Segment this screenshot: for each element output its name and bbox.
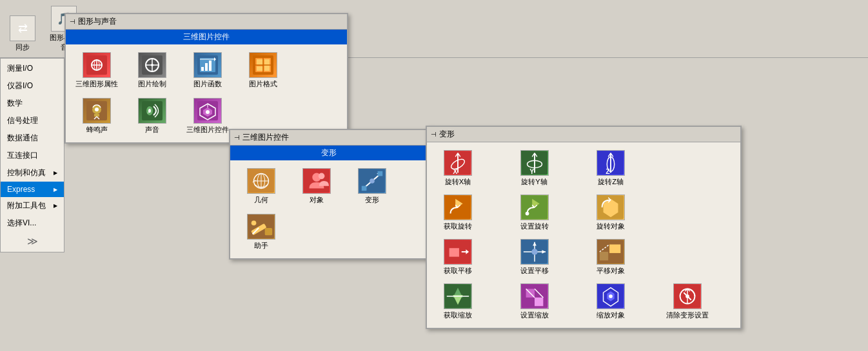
item-get-translate[interactable]: 获取平移 [432,236,484,278]
svg-point-37 [206,110,210,114]
svg-point-57 [252,220,257,225]
label-rotate-x: 旋转X轴 [445,177,471,187]
item-scale-object[interactable]: 缩放对象 [585,281,636,323]
label-set-scale: 设置缩放 [520,310,549,320]
sync-label: 同步 [15,43,30,52]
sidebar-item-interconnect[interactable]: 互连接口 [1,147,64,164]
svg-rect-86 [609,245,620,253]
sidebar-item-data-comm[interactable]: 数据通信 [1,129,64,147]
arrow-icon: ▶ [54,203,57,209]
label-get-scale: 获取缩放 [444,310,472,320]
panel-transform: ⊣ 变形 X 旋转X轴 Y [426,126,742,329]
sidebar-bottom: ≫ [1,232,64,251]
svg-point-53 [370,178,375,184]
panel-transform-header-label: 变形 [439,129,455,140]
item-3d-attr[interactable]: 三维图形属性 [71,50,123,91]
svg-text:Y: Y [529,167,534,175]
svg-rect-94 [535,298,543,306]
svg-rect-52 [378,171,383,176]
icon-rotate-object [597,194,625,220]
label-rotate-z: 旋转Z轴 [598,177,624,187]
item-3d-ctrl[interactable]: 三维图片控件 [182,95,233,137]
item-beep[interactable]: 蜂鸣声 [71,95,123,137]
icon-3d-ctrl [193,98,222,124]
pin-icon-3d: ⊣ [234,134,240,141]
sidebar-item-addon[interactable]: 附加工具包 ▶ [1,197,64,214]
icon-get-scale [444,283,472,309]
icon-set-rotation [520,194,549,220]
item-rotate-x[interactable]: X 旋转X轴 [432,147,484,189]
item-set-scale[interactable]: 设置缩放 [509,281,560,323]
item-get-scale[interactable]: 获取缩放 [432,281,484,323]
sidebar-item-control-sim[interactable]: 控制和仿真 ▶ [1,164,64,182]
svg-rect-14 [209,61,212,71]
sidebar-item-express[interactable]: Express ▶ [1,182,64,197]
icon-img-draw [138,52,166,78]
label-set-translate: 设置平移 [520,266,549,276]
label-scale-object: 缩放对象 [597,310,625,320]
item-set-translate[interactable]: 设置平移 [509,236,560,278]
panel-3d-picture: ⊣ 三维图片控件 变形 几何 [229,129,429,260]
item-geometry[interactable]: 几何 [235,166,287,207]
item-get-rotation[interactable]: 获取旋转 [432,192,484,234]
icon-get-translate [444,239,472,265]
panel-3d-header: ⊣ 三维图片控件 [230,130,428,146]
panel-graphics-header-label: 图形与声音 [78,16,117,27]
item-rotate-object[interactable]: 旋转对象 [585,192,636,234]
icon-deform [358,168,386,194]
label-translate-object: 平移对象 [597,266,625,276]
svg-rect-56 [265,228,272,235]
label-helper: 助手 [254,241,268,251]
item-img-fmt[interactable]: 图片格式 [237,50,289,91]
empty-cell-1 [662,147,713,189]
item-clear-transform[interactable]: 清除变形设置 [662,281,713,323]
icon-img-func [193,52,222,78]
icon-object [302,168,331,194]
label-beep: 蜂鸣声 [86,125,108,135]
label-3d-ctrl: 三维图片控件 [186,125,229,135]
label-deform: 变形 [365,195,379,205]
svg-rect-12 [201,67,204,71]
pin-icon-transform: ⊣ [431,131,437,138]
item-img-draw[interactable]: 图片绘制 [126,50,178,91]
label-img-func: 图片函数 [193,79,222,89]
sync-icon: ⇄ [10,15,35,41]
icon-translate-object [597,239,625,265]
icon-3d-attr [83,52,111,78]
item-img-func[interactable]: 图片函数 [182,50,233,91]
item-object[interactable]: 对象 [291,166,342,207]
icon-beep [83,98,111,124]
sidebar-item-measure-io[interactable]: 测量I/O [1,60,64,77]
label-geometry: 几何 [254,195,268,205]
panel-3d-title: 变形 [230,146,428,160]
item-translate-object[interactable]: 平移对象 [585,236,636,278]
svg-point-27 [95,108,99,111]
icon-scale-object [597,283,625,309]
label-img-draw: 图片绘制 [138,79,166,89]
icon-clear-transform [673,283,702,309]
panel-graphics-grid: 三维图形属性 图片绘制 [66,44,347,142]
icon-set-scale [520,283,549,309]
icon-rotate-x: X [444,150,472,176]
item-rotate-z[interactable]: Z 旋转Z轴 [585,147,636,189]
sidebar-item-instrument-io[interactable]: 仪器I/O [1,77,64,95]
panel-graphics-header: ⊣ 图形与声音 [66,14,347,30]
label-clear-transform: 清除变形设置 [666,310,709,320]
item-deform[interactable]: 变形 [346,166,398,207]
item-rotate-y[interactable]: Y 旋转Y轴 [509,147,560,189]
sync-button[interactable]: ⇄ 同步 [3,14,42,54]
icon-img-fmt [249,52,277,78]
sidebar-item-select-vi[interactable]: 选择VI... [1,214,64,232]
arrow-icon: ▶ [54,170,57,176]
item-set-rotation[interactable]: 设置旋转 [509,192,560,234]
icon-get-rotation [444,194,472,220]
item-helper[interactable]: 助手 [235,211,287,253]
label-img-fmt: 图片格式 [249,79,277,89]
svg-rect-51 [362,186,367,191]
arrow-icon: ▶ [54,187,57,193]
sidebar-item-signal-processing[interactable]: 信号处理 [1,112,64,129]
sidebar-item-math[interactable]: 数学 [1,95,64,112]
item-sound[interactable]: ♪ 声音 [126,95,178,137]
panel-transform-header: ⊣ 变形 [427,127,740,142]
icon-rotate-z: Z [597,150,625,176]
